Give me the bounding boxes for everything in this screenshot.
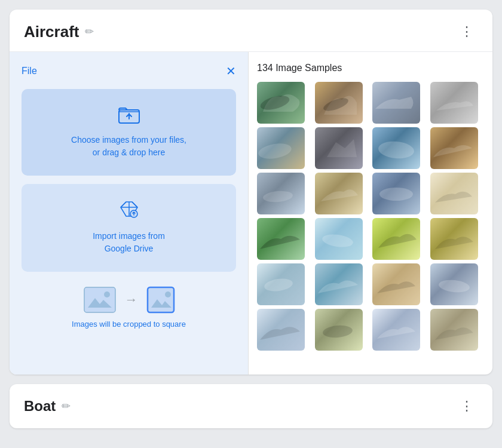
image-cell[interactable] [430, 263, 478, 305]
image-cell[interactable] [315, 82, 363, 124]
image-cell[interactable] [430, 218, 478, 260]
svg-point-13 [257, 141, 292, 161]
image-cell[interactable] [430, 82, 478, 124]
crop-after-icon [146, 286, 175, 314]
upload-box-text: Choose images from your files, or drag &… [33, 134, 224, 159]
image-cell[interactable] [372, 82, 420, 124]
boat-title: Boat [24, 398, 56, 415]
crop-before-icon [83, 286, 117, 314]
svg-point-37 [322, 324, 353, 339]
crop-arrow: → [125, 292, 138, 308]
image-cell[interactable] [257, 127, 305, 169]
boat-more-icon[interactable]: ⋮ [455, 396, 478, 416]
svg-point-26 [321, 232, 353, 248]
image-cell[interactable] [315, 263, 363, 305]
svg-rect-2 [84, 287, 115, 312]
drive-text: Import images from Google Drive [33, 230, 224, 255]
svg-rect-23 [430, 173, 478, 214]
image-cell[interactable] [257, 218, 305, 260]
upload-folder-icon [33, 106, 224, 128]
boat-title-row: Boat ✏ [24, 398, 71, 415]
svg-rect-4 [148, 287, 174, 312]
image-grid [257, 82, 484, 351]
aircraft-card-header: Aircraft ✏ ⋮ [10, 10, 492, 52]
aircraft-title-row: Aircraft ✏ [24, 23, 94, 41]
image-cell[interactable] [315, 127, 363, 169]
aircraft-more-icon[interactable]: ⋮ [455, 22, 478, 42]
svg-point-30 [264, 277, 293, 293]
image-cell[interactable] [430, 127, 478, 169]
image-cell[interactable] [315, 218, 363, 260]
svg-point-5 [165, 291, 171, 297]
image-cell[interactable] [372, 218, 420, 260]
svg-point-16 [378, 140, 415, 159]
close-icon[interactable]: ✕ [226, 64, 236, 78]
svg-rect-28 [430, 218, 478, 260]
svg-rect-39 [430, 309, 478, 351]
boat-edit-icon[interactable]: ✏ [62, 400, 71, 413]
image-cell[interactable] [257, 173, 305, 214]
image-cell[interactable] [315, 309, 363, 351]
image-cell[interactable] [372, 263, 420, 305]
image-cell[interactable] [430, 309, 478, 351]
svg-point-3 [104, 291, 110, 297]
boat-card-header: Boat ✏ ⋮ [10, 384, 492, 428]
drive-icon [33, 201, 224, 224]
drive-box[interactable]: Import images from Google Drive [22, 184, 236, 272]
svg-point-34 [438, 278, 470, 293]
aircraft-edit-icon[interactable]: ✏ [85, 25, 94, 38]
aircraft-card-body: File ✕ Choose images from your files, or… [10, 52, 492, 375]
svg-point-19 [262, 190, 293, 203]
svg-point-22 [379, 188, 413, 201]
crop-info: → [22, 286, 236, 314]
aircraft-title: Aircraft [24, 23, 79, 41]
image-cell[interactable] [372, 127, 420, 169]
boat-card: Boat ✏ ⋮ [10, 384, 492, 428]
aircraft-card: Aircraft ✏ ⋮ File ✕ [10, 10, 492, 375]
right-panel[interactable]: 134 Image Samples [249, 52, 492, 375]
image-cell[interactable] [257, 309, 305, 351]
samples-header: 134 Image Samples [257, 63, 484, 73]
image-cell[interactable] [430, 173, 478, 214]
panel-title: File [22, 66, 37, 76]
image-cell[interactable] [257, 82, 305, 124]
panel-header: File ✕ [22, 64, 236, 78]
image-cell[interactable] [372, 309, 420, 351]
upload-box[interactable]: Choose images from your files, or drag &… [22, 89, 236, 176]
image-cell[interactable] [315, 173, 363, 214]
crop-label: Images will be cropped to square [22, 320, 236, 329]
image-cell[interactable] [372, 173, 420, 214]
image-cell[interactable] [257, 263, 305, 305]
left-panel: File ✕ Choose images from your files, or… [10, 52, 249, 375]
